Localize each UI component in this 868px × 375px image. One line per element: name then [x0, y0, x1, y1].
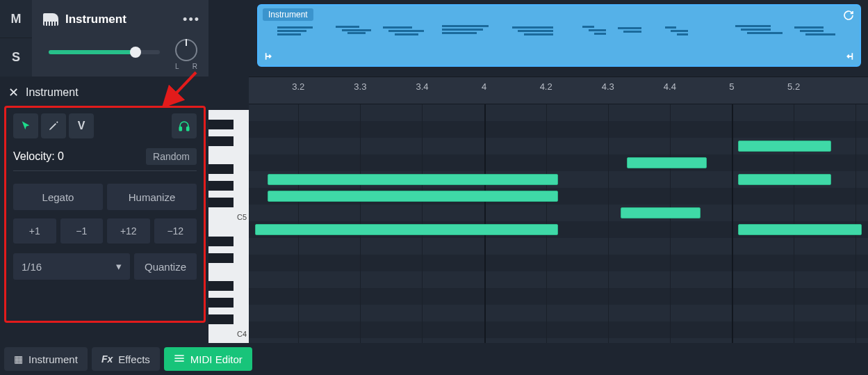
- random-button[interactable]: Random: [146, 148, 197, 165]
- track-more-button[interactable]: •••: [183, 13, 200, 27]
- ruler-tick: 3.2: [292, 81, 304, 92]
- quantize-value-select[interactable]: 1/16 ▾: [13, 253, 130, 280]
- overview-note: [277, 26, 313, 29]
- volume-thumb[interactable]: [130, 47, 141, 58]
- overview-note: [442, 25, 489, 27]
- midi-note[interactable]: [738, 224, 862, 235]
- volume-slider[interactable]: [49, 50, 160, 54]
- grid-row: [249, 321, 868, 338]
- midi-note[interactable]: [255, 224, 559, 235]
- transpose-down-1-button[interactable]: −1: [60, 218, 104, 244]
- grid-line: [608, 104, 609, 343]
- midi-note[interactable]: [738, 141, 831, 152]
- overview-note: [800, 30, 824, 32]
- quantize-button[interactable]: Quantize: [134, 253, 197, 280]
- velocity-tool-button[interactable]: V: [69, 113, 94, 138]
- clip-start-handle[interactable]: [261, 50, 274, 63]
- overview-note: [395, 33, 418, 35]
- track-header: M S Instrument ••• L R: [0, 0, 208, 77]
- black-key[interactable]: [208, 120, 234, 129]
- overview-note: [794, 26, 824, 29]
- midi-note[interactable]: [268, 174, 559, 185]
- overview-note: [589, 29, 606, 31]
- overview-note: [594, 33, 606, 35]
- pencil-tool-button[interactable]: [41, 113, 66, 138]
- grid-line: [732, 104, 733, 343]
- ruler-tick: 5.2: [787, 81, 800, 92]
- svg-rect-1: [179, 127, 181, 131]
- overview-note: [342, 29, 371, 31]
- ruler-tick: 4.3: [602, 81, 614, 92]
- clip-end-handle[interactable]: [844, 50, 857, 63]
- overview-note: [442, 32, 477, 34]
- black-key[interactable]: [208, 314, 234, 324]
- overview-note: [388, 30, 424, 32]
- transpose-up-1-button[interactable]: +1: [13, 218, 56, 244]
- midi-note[interactable]: [738, 174, 831, 185]
- pan-knob[interactable]: L R: [174, 39, 199, 64]
- ruler-tick: 3.3: [354, 81, 366, 92]
- editor-tools-panel: V Velocity: 0 Random Legato Humanize +1 …: [4, 106, 206, 323]
- octave-label: C5: [237, 213, 247, 221]
- ruler-tick: 4.4: [664, 81, 676, 92]
- grid-row: [249, 305, 868, 321]
- tab-instrument[interactable]: ▦ Instrument: [4, 347, 88, 371]
- black-key[interactable]: [208, 237, 234, 246]
- close-icon[interactable]: ✕: [8, 85, 19, 100]
- overview-note: [618, 27, 641, 29]
- midi-note[interactable]: [268, 191, 559, 202]
- tab-midi-editor[interactable]: MIDI Editor: [164, 347, 252, 371]
- track-name: Instrument: [65, 13, 126, 26]
- fx-icon: Fx: [101, 353, 113, 365]
- grid-row: [249, 205, 868, 221]
- humanize-button[interactable]: Humanize: [107, 184, 197, 210]
- grid-row: [249, 338, 868, 343]
- ruler-tick: 5: [729, 81, 734, 92]
- velocity-label: Velocity: 0: [13, 150, 64, 163]
- black-key[interactable]: [208, 136, 234, 146]
- grid-row: [249, 121, 868, 138]
- tab-effects[interactable]: Fx Effects: [92, 347, 160, 371]
- bottom-tabs: ▦ Instrument Fx Effects MIDI Editor: [4, 347, 252, 371]
- grid-row: [249, 271, 868, 288]
- grid-line: [670, 104, 671, 343]
- black-key[interactable]: [208, 253, 234, 263]
- pan-right-label: R: [193, 63, 197, 70]
- transpose-up-12-button[interactable]: +12: [107, 218, 150, 244]
- overview-note: [347, 32, 365, 34]
- solo-button[interactable]: S: [0, 38, 32, 77]
- legato-button[interactable]: Legato: [13, 184, 103, 210]
- black-key[interactable]: [208, 281, 234, 291]
- overview-note: [512, 26, 553, 29]
- ruler-tick: 4: [482, 81, 486, 92]
- audition-button[interactable]: [172, 113, 197, 138]
- grid-icon: ▦: [14, 353, 23, 365]
- overview-note: [741, 29, 770, 31]
- grid-row: [249, 104, 868, 121]
- midi-icon: [174, 353, 185, 365]
- black-key[interactable]: [208, 198, 234, 207]
- black-key[interactable]: [208, 181, 234, 191]
- overview-note: [665, 26, 677, 29]
- grid-row: [249, 288, 868, 305]
- piano-roll-grid[interactable]: [249, 104, 868, 343]
- overview-note: [582, 26, 594, 28]
- midi-note[interactable]: [621, 207, 701, 218]
- clip-overview[interactable]: Instrument: [257, 4, 861, 67]
- octave-label: C4: [237, 330, 247, 338]
- black-key[interactable]: [208, 298, 234, 308]
- pointer-tool-button[interactable]: [13, 113, 38, 138]
- black-key[interactable]: [208, 164, 234, 174]
- overview-note: [623, 31, 641, 33]
- midi-note[interactable]: [627, 157, 707, 168]
- overview-note: [747, 32, 783, 34]
- overview-note: [336, 26, 359, 28]
- svg-rect-2: [187, 127, 189, 131]
- refresh-icon[interactable]: [842, 8, 855, 22]
- grid-row: [249, 255, 868, 271]
- piano-keyboard[interactable]: C5C4: [208, 104, 249, 343]
- grid-row: [249, 238, 868, 255]
- transpose-down-12-button[interactable]: −12: [154, 218, 197, 244]
- timeline-ruler[interactable]: 3.23.33.444.24.34.455.2: [249, 77, 868, 104]
- mute-button[interactable]: M: [0, 0, 32, 38]
